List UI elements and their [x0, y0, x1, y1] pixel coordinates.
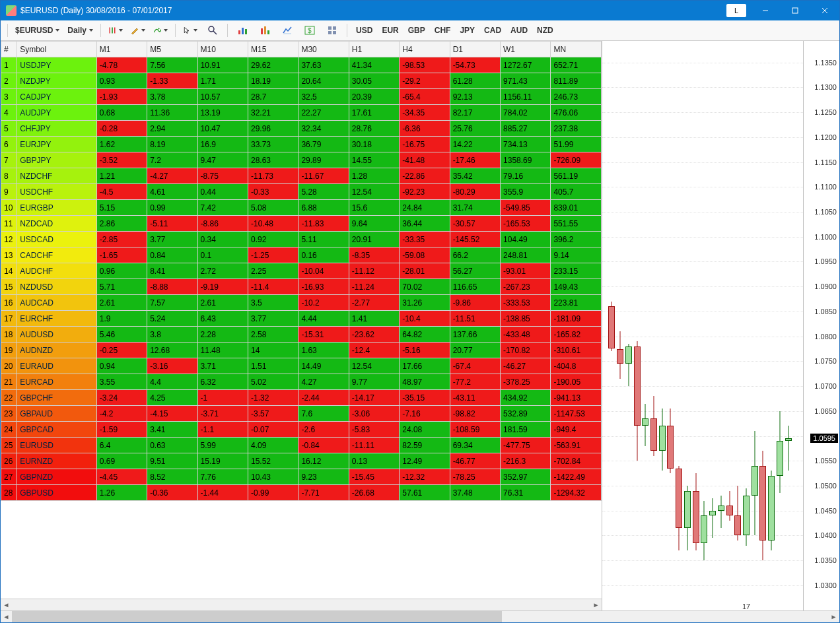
column-header[interactable]: H4	[400, 42, 450, 57]
price-tick: 1.1300	[814, 83, 837, 91]
table-row[interactable]: 20EURAUD0.94-3.163.711.5114.4912.5417.66…	[1, 358, 602, 374]
column-header[interactable]: M30	[298, 42, 349, 57]
titlebar: $EURUSD (Daily) 30/08/2016 - 07/01/2017 …	[1, 1, 839, 20]
symbol-dropdown[interactable]: $EURUSD	[12, 22, 63, 38]
table-row[interactable]: 7GBPJPY-3.527.29.4728.6329.8914.55-41.48…	[1, 152, 602, 168]
period-dropdown[interactable]: Daily	[64, 22, 96, 38]
price-tick: 1.0550	[814, 457, 837, 465]
chart-button-2[interactable]	[254, 22, 275, 38]
table-row[interactable]: 25EURUSD6.40.635.994.09-0.84-11.1182.596…	[1, 438, 602, 453]
table-row[interactable]: 27GBPNZD-4.458.527.7610.439.23-15.45-12.…	[1, 469, 602, 485]
grid-button[interactable]	[322, 22, 343, 38]
svg-rect-11	[242, 28, 244, 34]
svg-rect-13	[261, 28, 263, 34]
column-header[interactable]: #	[1, 42, 17, 57]
toolbar: $EURUSD Daily + $ USDEURGBPCHFJPYCADAUDN…	[1, 20, 839, 41]
chevron-down-icon	[55, 29, 59, 32]
table-row[interactable]: 19AUDNZD-0.2512.6811.48141.63-12.4-5.162…	[1, 343, 602, 358]
column-header[interactable]: M1	[96, 42, 147, 57]
chart-button-3[interactable]	[277, 22, 298, 38]
bars-style-button[interactable]	[105, 22, 126, 38]
price-chart[interactable]: 17	[602, 41, 804, 610]
table-row[interactable]: 22GBPCHF-3.244.25-1-1.32-2.44-14.17-35.1…	[1, 390, 602, 406]
column-header[interactable]: H1	[349, 42, 399, 57]
table-row[interactable]: 1USDJPY-4.787.5610.9129.6237.6341.34-98.…	[1, 57, 602, 73]
column-header[interactable]: M15	[248, 42, 298, 57]
price-axis: 1.03001.03501.04001.04501.05001.05501.06…	[804, 41, 839, 610]
window-horizontal-scrollbar[interactable]: ◄ ►	[1, 610, 839, 622]
currency-button[interactable]: $	[299, 22, 320, 38]
table-row[interactable]: 13CADCHF-1.650.840.1-1.250.16-8.35-59.08…	[1, 247, 602, 263]
price-tick: 1.1150	[814, 158, 837, 166]
price-tick: 1.1000	[814, 233, 837, 241]
price-tick: 1.1350	[814, 59, 837, 67]
svg-rect-15	[267, 30, 269, 34]
svg-rect-12	[245, 29, 247, 34]
heatmap-panel: #SymbolM1M5M10M15M30H1H4D1W1MN 1USDJPY-4…	[1, 41, 602, 610]
scroll-right-icon[interactable]: ►	[590, 599, 602, 610]
currency-filter-chf[interactable]: CHF	[430, 22, 456, 38]
currency-filter-usd[interactable]: USD	[351, 22, 377, 38]
table-row[interactable]: 21EURCAD3.554.46.325.024.279.7748.97-77.…	[1, 374, 602, 390]
svg-rect-14	[264, 26, 266, 34]
table-row[interactable]: 5CHFJPY-0.282.9410.4729.9632.3428.76-6.3…	[1, 121, 602, 137]
price-tick: 1.0950	[814, 257, 837, 265]
column-header[interactable]: M10	[197, 42, 248, 57]
column-header[interactable]: W1	[501, 42, 551, 57]
currency-filter-nzd[interactable]: NZD	[532, 22, 558, 38]
currency-filter-jpy[interactable]: JPY	[455, 22, 479, 38]
table-row[interactable]: 3CADJPY-1.933.7810.5728.732.520.39-65.49…	[1, 89, 602, 105]
column-header[interactable]: MN	[551, 42, 602, 57]
table-row[interactable]: 4AUDJPY0.6811.3613.1932.2122.2717.61-34.…	[1, 105, 602, 121]
table-row[interactable]: 12USDCAD-2.853.770.340.925.1120.91-33.35…	[1, 232, 602, 247]
table-row[interactable]: 11NZDCAD2.86-5.11-8.86-10.48-11.839.6436…	[1, 216, 602, 232]
last-price-label: 1.0595	[810, 434, 838, 443]
currency-filter-gbp[interactable]: GBP	[403, 22, 430, 38]
table-row[interactable]: 10EURGBP5.150.997.425.086.8815.624.8431.…	[1, 200, 602, 216]
table-row[interactable]: 9USDCHF-4.54.610.44-0.335.2812.54-92.23-…	[1, 184, 602, 200]
svg-rect-21	[328, 31, 332, 34]
price-chart-panel: 17 1.03001.03501.04001.04501.05001.05501…	[602, 41, 839, 610]
column-header[interactable]: D1	[450, 42, 500, 57]
column-header[interactable]: Symbol	[17, 42, 97, 57]
price-tick: 1.1050	[814, 208, 837, 216]
price-tick: 1.0300	[814, 581, 837, 589]
draw-tool-button[interactable]	[127, 22, 149, 38]
table-row[interactable]: 26EURNZD0.699.5115.1915.5216.120.1312.49…	[1, 453, 602, 469]
table-row[interactable]: 6EURJPY1.628.1916.933.7336.7930.18-16.75…	[1, 137, 602, 152]
currency-filter-aud[interactable]: AUD	[506, 22, 532, 38]
currency-filter-cad[interactable]: CAD	[479, 22, 506, 38]
chart-button-1[interactable]	[232, 22, 253, 38]
zoom-button[interactable]	[202, 22, 223, 38]
layout-button[interactable]: L	[726, 4, 746, 17]
table-horizontal-scrollbar[interactable]: ◄ ►	[1, 599, 602, 610]
maximize-button[interactable]	[780, 1, 810, 20]
svg-rect-10	[238, 30, 240, 34]
heatmap-table-scroll[interactable]: #SymbolM1M5M10M15M30H1H4D1W1MN 1USDJPY-4…	[1, 41, 602, 599]
table-row[interactable]: 2NZDJPY0.93-1.331.7118.1920.6430.05-29.2…	[1, 73, 602, 89]
table-row[interactable]: 16AUDCAD2.617.572.613.5-10.2-2.7731.26-9…	[1, 295, 602, 311]
minimize-button[interactable]	[750, 1, 780, 20]
table-row[interactable]: 8NZDCHF1.21-4.27-8.75-11.73-11.671.28-22…	[1, 168, 602, 184]
app-icon	[6, 5, 17, 16]
indicator-button[interactable]: +	[150, 22, 171, 38]
table-row[interactable]: 23GBPAUD-4.2-4.15-3.71-3.577.6-3.06-7.16…	[1, 406, 602, 422]
svg-rect-19	[328, 26, 332, 30]
chevron-down-icon	[89, 29, 93, 32]
table-row[interactable]: 24GBPCAD-1.593.41-1.1-0.07-2.6-5.8324.08…	[1, 422, 602, 438]
cursor-button[interactable]	[180, 22, 201, 38]
scroll-left-icon[interactable]: ◄	[1, 611, 12, 622]
price-tick: 1.0900	[814, 282, 837, 290]
table-row[interactable]: 15NZDUSD5.71-8.88-9.19-11.4-16.93-11.247…	[1, 279, 602, 295]
table-row[interactable]: 18AUDUSD5.463.82.282.58-15.31-23.6264.82…	[1, 327, 602, 343]
table-row[interactable]: 28GBPUSD1.26-0.36-1.44-0.99-7.71-26.6857…	[1, 485, 602, 501]
table-row[interactable]: 14AUDCHF0.968.412.722.25-10.04-11.12-28.…	[1, 263, 602, 279]
currency-filter-eur[interactable]: EUR	[377, 22, 403, 38]
close-button[interactable]	[810, 1, 839, 20]
scroll-right-icon[interactable]: ►	[828, 611, 839, 622]
scroll-left-icon[interactable]: ◄	[1, 599, 12, 610]
table-row[interactable]: 17EURCHF1.95.246.433.774.441.41-10.4-11.…	[1, 311, 602, 327]
column-header[interactable]: M5	[147, 42, 197, 57]
window-title: $EURUSD (Daily) 30/08/2016 - 07/01/2017	[20, 6, 172, 15]
heatmap-table: #SymbolM1M5M10M15M30H1H4D1W1MN 1USDJPY-4…	[1, 41, 602, 501]
